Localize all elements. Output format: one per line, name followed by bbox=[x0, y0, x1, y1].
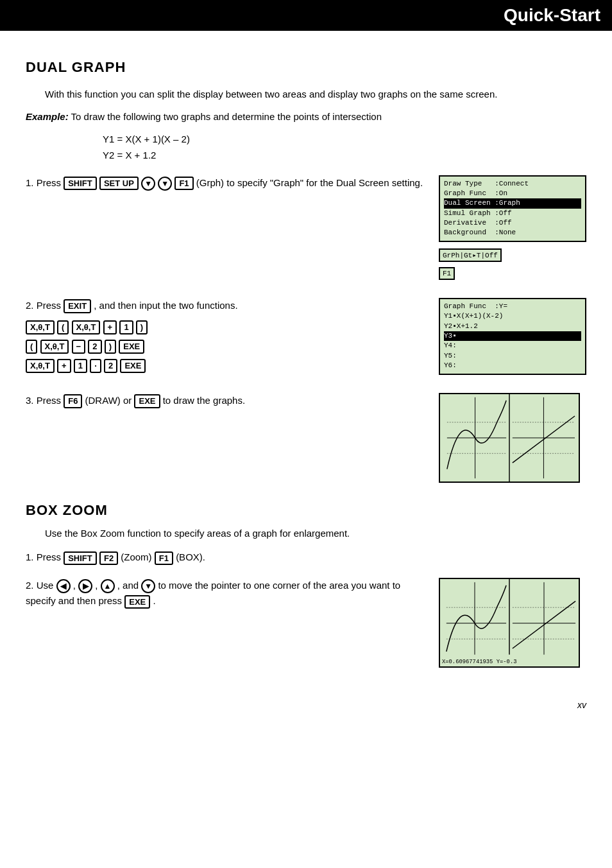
example-label: Example: bbox=[26, 111, 69, 122]
step-3-text: 3. Press F6 (DRAW) or EXE to draw the gr… bbox=[26, 393, 427, 408]
box-zoom-intro: Use the Box Zoom function to specify are… bbox=[45, 526, 586, 541]
key-row-2: ( X,θ,T − 2 ) EXE bbox=[26, 336, 427, 356]
step-3-post: to draw the graphs. bbox=[163, 395, 245, 406]
box-zoom-title: BOX ZOOM bbox=[26, 502, 586, 519]
key-f6: F6 bbox=[64, 394, 82, 408]
key-xtheta1: X,θ,T bbox=[26, 320, 55, 334]
key-xtheta2: X,θ,T bbox=[72, 320, 101, 334]
key-exe1: EXE bbox=[119, 340, 144, 354]
bz-step2-period: . bbox=[153, 595, 155, 606]
key-close2: ) bbox=[105, 340, 116, 354]
key-plus2: + bbox=[57, 359, 71, 373]
bz-step1-press: Press bbox=[37, 551, 64, 562]
bz-step1-text: 1. Press SHIFT F2 (Zoom) F1 (BOX). bbox=[26, 550, 586, 565]
bz-graph-svg: X=0.60967741935 Y=-0.3 bbox=[440, 579, 579, 667]
box-zoom-step-1: 1. Press SHIFT F2 (Zoom) F1 (BOX). bbox=[26, 550, 586, 565]
bz-step2-use: Use bbox=[37, 580, 56, 591]
step-2-keys: X,θ,T ( X,θ,T + 1 ) ( X,θ,T − 2 ) EXE X,… bbox=[26, 317, 427, 375]
page-number: xv bbox=[577, 700, 586, 710]
key-left-bz: ◀ bbox=[56, 579, 71, 593]
step-3-image bbox=[439, 393, 586, 483]
s2-row5: Y4: bbox=[444, 341, 581, 351]
s2-row6: Y5: bbox=[444, 351, 581, 361]
key-exe-bz: EXE bbox=[124, 595, 150, 609]
screen-row-6: Background :None bbox=[444, 228, 581, 238]
key-right-bz: ▶ bbox=[78, 579, 92, 593]
screen-menu-bar: GrPh|Gt▸T|Off bbox=[439, 248, 502, 262]
key-down1: ▼ bbox=[141, 177, 155, 191]
screen-2: Graph Func :Y= Y1▪X(X+1)(X-2) Y2▪X+1.2 Y… bbox=[439, 298, 586, 375]
key-row-1: X,θ,T ( X,θ,T + 1 ) bbox=[26, 317, 427, 336]
comma1: , bbox=[73, 580, 78, 591]
step-3-press: Press bbox=[37, 395, 64, 406]
key-minus1: − bbox=[72, 340, 86, 354]
formula2: Y2 = X + 1.2 bbox=[103, 147, 586, 164]
bz-graph-screen: X=0.60967741935 Y=-0.3 bbox=[439, 578, 580, 668]
example-line: Example: To draw the following two graph… bbox=[26, 111, 586, 122]
example-text: To draw the following two graphs and det… bbox=[71, 111, 382, 122]
key-2a: 2 bbox=[88, 340, 101, 354]
step-3-row: 3. Press F6 (DRAW) or EXE to draw the gr… bbox=[26, 393, 586, 483]
step-2-press: Press bbox=[37, 300, 64, 311]
bz-step2-number: 2. bbox=[26, 580, 37, 591]
step-2-line1: 2. Press EXIT , and then input the two f… bbox=[26, 298, 427, 313]
key-plus1: + bbox=[103, 320, 117, 334]
svg-text:X=0.60967741935 Y=-0.3: X=0.60967741935 Y=-0.3 bbox=[442, 659, 517, 665]
key-f1-bz: F1 bbox=[155, 551, 173, 566]
step-3-draw: (DRAW) or bbox=[85, 395, 135, 406]
key-xtheta4: X,θ,T bbox=[26, 359, 55, 373]
key-setup: SET UP bbox=[99, 177, 139, 191]
screen-sub-2: F1 bbox=[439, 265, 586, 280]
step-2-row: 2. Press EXIT , and then input the two f… bbox=[26, 298, 586, 375]
key-open2: ( bbox=[26, 340, 37, 354]
key-2b: 2 bbox=[104, 359, 117, 373]
key-open1: ( bbox=[57, 320, 69, 334]
key-exe-draw: EXE bbox=[134, 394, 160, 408]
bz-box-label: (BOX). bbox=[176, 551, 205, 562]
s2-row7: Y6: bbox=[444, 361, 581, 370]
step-1-row: 1. Press SHIFT SET UP ▼ ▼ F1 (Grph) to s… bbox=[26, 175, 586, 280]
step-2-image: Graph Func :Y= Y1▪X(X+1)(X-2) Y2▪X+1.2 Y… bbox=[439, 298, 586, 375]
dual-graph-screen bbox=[439, 393, 580, 483]
step-2-number: 2. bbox=[26, 300, 37, 311]
step-1-press: Press bbox=[37, 177, 64, 188]
key-dot: · bbox=[90, 359, 101, 373]
dual-graph-intro: With this function you can split the dis… bbox=[45, 87, 586, 102]
key-close1: ) bbox=[136, 320, 148, 334]
key-exe2: EXE bbox=[120, 359, 146, 373]
step-1-number: 1. bbox=[26, 177, 37, 188]
bz-step1-number: 1. bbox=[26, 551, 37, 562]
s2-row3: Y2▪X+1.2 bbox=[444, 322, 581, 331]
and-text: , and bbox=[117, 580, 142, 591]
comma2: , bbox=[95, 580, 100, 591]
screen-row-5: Derivative :Off bbox=[444, 218, 581, 228]
page-content: DUAL GRAPH With this function you can sp… bbox=[0, 31, 612, 693]
key-exit: EXIT bbox=[64, 299, 91, 313]
screen-row-1: Draw Type :Connect bbox=[444, 179, 581, 189]
step-1-image: Draw Type :Connect Graph Func :On Dual S… bbox=[439, 175, 586, 280]
page-title: Quick-Start bbox=[504, 5, 600, 25]
screen-row-2: Graph Func :On bbox=[444, 189, 581, 198]
key-row-3: X,θ,T + 1 · 2 EXE bbox=[26, 356, 427, 375]
key-1a: 1 bbox=[119, 320, 133, 334]
formula-block: Y1 = X(X + 1)(X – 2) Y2 = X + 1.2 bbox=[103, 131, 586, 164]
screen-sub-1: GrPh|Gt▸T|Off bbox=[439, 246, 586, 262]
key-1b: 1 bbox=[74, 359, 87, 373]
step-1-text: 1. Press SHIFT SET UP ▼ ▼ F1 (Grph) to s… bbox=[26, 175, 427, 191]
page-header: Quick-Start bbox=[0, 0, 612, 31]
s2-row4-hl: Y3▪ bbox=[444, 331, 581, 341]
key-xtheta3: X,θ,T bbox=[40, 340, 69, 354]
key-down2: ▼ bbox=[158, 177, 172, 191]
dual-graph-section: DUAL GRAPH bbox=[26, 59, 586, 76]
step-1-grph: (Grph) to specify "Graph" for the Dual S… bbox=[196, 177, 423, 188]
dual-graph-title: DUAL GRAPH bbox=[26, 59, 586, 76]
step-3-number: 3. bbox=[26, 395, 37, 406]
screen-row-3-hl: Dual Screen :Graph bbox=[444, 198, 581, 208]
step-2-mid: , and then input the two functions. bbox=[94, 300, 237, 311]
s2-row2: Y1▪X(X+1)(X-2) bbox=[444, 311, 581, 321]
key-up-bz: ▲ bbox=[101, 579, 115, 593]
key-shift: SHIFT bbox=[64, 177, 97, 191]
box-zoom-section: BOX ZOOM Use the Box Zoom function to sp… bbox=[26, 502, 586, 668]
key-shift-bz: SHIFT bbox=[64, 551, 97, 566]
bz-step2-image: X=0.60967741935 Y=-0.3 bbox=[439, 578, 586, 668]
